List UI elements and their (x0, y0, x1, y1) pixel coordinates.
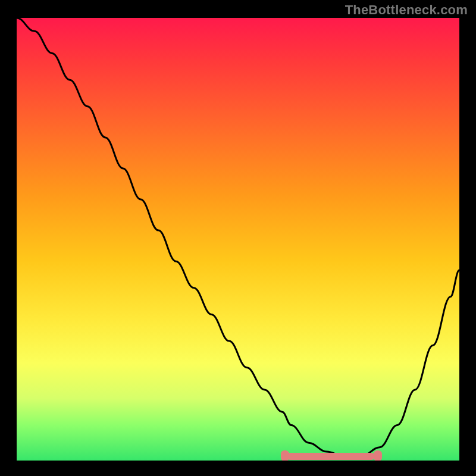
trough-dot-right (374, 450, 382, 461)
watermark-text: TheBottleneck.com (345, 2, 468, 18)
chart-container: TheBottleneck.com (0, 0, 476, 476)
bottleneck-curve (17, 18, 459, 461)
plot-area (17, 18, 459, 461)
trough-highlight-band (287, 453, 375, 460)
trough-dot-left (281, 450, 289, 461)
